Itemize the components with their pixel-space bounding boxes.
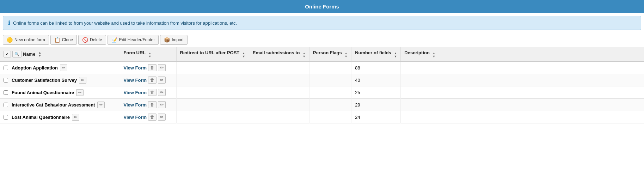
copy-url-button-0[interactable]: 🗑 [148,64,157,71]
cell-email-2 [249,86,309,99]
view-form-link-2[interactable]: View Form [124,90,147,95]
cell-redirect-3 [176,99,249,111]
cell-description-3 [401,99,644,111]
clone-button[interactable]: 📋 Clone [50,35,77,45]
cell-formurl-4: View Form 🗑 ✏ [120,111,176,123]
row-edit-button-0[interactable]: ✏ [60,65,67,71]
header-title: Online Forms [305,4,339,10]
numfields-sort-arrows[interactable]: ▲ ▼ [394,52,397,58]
desc-sort-arrows[interactable]: ▲ ▼ [433,52,436,58]
row-edit-button-1[interactable]: ✏ [79,77,86,84]
table-row: Interactive Cat Behaviour Assessment ✏ V… [0,99,644,111]
cell-description-1 [401,74,644,86]
copy-url-button-1[interactable]: 🗑 [148,77,157,84]
cell-email-3 [249,99,309,111]
search-button[interactable]: 🔍 [12,51,22,57]
row-edit-button-4[interactable]: ✏ [72,114,79,121]
cell-description-0 [401,61,644,74]
delete-icon: 🚫 [82,37,88,43]
view-form-link-0[interactable]: View Form [124,65,147,71]
toolbar: 🟡 New online form 📋 Clone 🚫 Delete 📝 Edi… [0,33,644,47]
col-formurl-label: Form URL [124,50,146,55]
sort-down-icon: ▼ [344,55,348,58]
copy-url-button-3[interactable]: 🗑 [148,101,157,108]
import-icon: 📦 [164,37,170,43]
email-sort-arrows[interactable]: ▲ ▼ [302,52,306,58]
sort-down-icon: ▼ [148,55,152,58]
cell-numfields-3: 29 [351,99,401,111]
copy-url-button-2[interactable]: 🗑 [148,89,157,96]
cell-redirect-1 [176,74,249,86]
cell-formurl-0: View Form 🗑 ✏ [120,61,176,74]
table-row: Customer Satisfaction Survey ✏ View Form… [0,74,644,86]
row-checkbox-2[interactable] [4,90,8,95]
cell-formurl-1: View Form 🗑 ✏ [120,74,176,86]
delete-label: Delete [90,37,102,42]
edit-url-button-4[interactable]: ✏ [158,114,166,121]
info-banner: ℹ Online forms can be linked to from you… [3,16,641,30]
select-all-button[interactable]: ✓ [4,51,11,57]
formurl-sort-arrows[interactable]: ▲ ▼ [148,52,152,58]
row-checkbox-0[interactable] [4,66,8,70]
col-numfields-label: Number of fields [355,50,391,55]
cell-name-3: Interactive Cat Behaviour Assessment ✏ [0,99,120,111]
cell-redirect-2 [176,86,249,99]
redirect-sort-arrows[interactable]: ▲ ▼ [242,52,245,58]
cell-person-2 [309,86,351,99]
row-name-text-0: Adoption Application [12,65,58,71]
row-name-text-2: Found Animal Questionnaire [12,90,74,95]
edit-url-button-1[interactable]: ✏ [158,77,166,84]
cell-numfields-4: 24 [351,111,401,123]
page-title: Online Forms [0,0,644,13]
sort-down-icon: ▼ [433,55,436,58]
cell-email-4 [249,111,309,123]
table-row: Adoption Application ✏ View Form 🗑 ✏ 88 [0,61,644,74]
col-header-form-url: Form URL ▲ ▼ [120,47,176,61]
view-form-link-3[interactable]: View Form [124,102,147,108]
col-person-label: Person Flags [313,50,342,55]
row-checkbox-1[interactable] [4,78,8,83]
row-edit-button-3[interactable]: ✏ [97,102,105,108]
online-forms-table-container: ✓ 🔍 Name ▲ ▼ Form URL ▲ ▼ [0,47,644,123]
table-row: Lost Animal Questionnaire ✏ View Form 🗑 … [0,111,644,123]
clone-label: Clone [62,37,73,42]
edit-url-button-3[interactable]: ✏ [158,101,166,108]
col-desc-label: Description [404,50,430,55]
table-row: Found Animal Questionnaire ✏ View Form 🗑… [0,86,644,99]
col-header-description: Description ▲ ▼ [401,47,644,61]
row-edit-button-2[interactable]: ✏ [76,89,84,96]
delete-button[interactable]: 🚫 Delete [78,35,106,45]
import-label: Import [172,37,184,42]
cell-person-1 [309,74,351,86]
col-header-name: ✓ 🔍 Name ▲ ▼ [0,47,120,61]
name-sort-arrows[interactable]: ▲ ▼ [38,51,41,57]
cell-person-4 [309,111,351,123]
view-form-link-1[interactable]: View Form [124,78,147,83]
import-button[interactable]: 📦 Import [160,35,188,45]
cell-numfields-1: 40 [351,74,401,86]
cell-person-3 [309,99,351,111]
edit-url-button-2[interactable]: ✏ [158,89,166,96]
cell-name-2: Found Animal Questionnaire ✏ [0,86,120,99]
cell-description-4 [401,111,644,123]
edit-header-footer-button[interactable]: 📝 Edit Header/Footer [108,35,159,45]
copy-url-button-4[interactable]: 🗑 [148,114,157,121]
cell-formurl-3: View Form 🗑 ✏ [120,99,176,111]
col-name-label: Name [23,51,35,57]
view-form-link-4[interactable]: View Form [124,115,147,120]
new-online-form-button[interactable]: 🟡 New online form [3,35,49,45]
person-sort-arrows[interactable]: ▲ ▼ [344,52,348,58]
sort-down-icon: ▼ [242,55,245,58]
cell-numfields-2: 25 [351,86,401,99]
cell-redirect-4 [176,111,249,123]
row-checkbox-3[interactable] [4,103,8,107]
sort-down-icon: ▼ [394,55,397,58]
cell-email-0 [249,61,309,74]
sort-down-icon: ▼ [38,54,41,57]
col-email-label: Email submissions to [253,50,300,55]
row-checkbox-4[interactable] [4,115,8,120]
edit-header-icon: 📝 [111,37,117,43]
edit-url-button-0[interactable]: ✏ [158,64,166,71]
cell-name-4: Lost Animal Questionnaire ✏ [0,111,120,123]
row-name-text-1: Customer Satisfaction Survey [12,78,77,83]
